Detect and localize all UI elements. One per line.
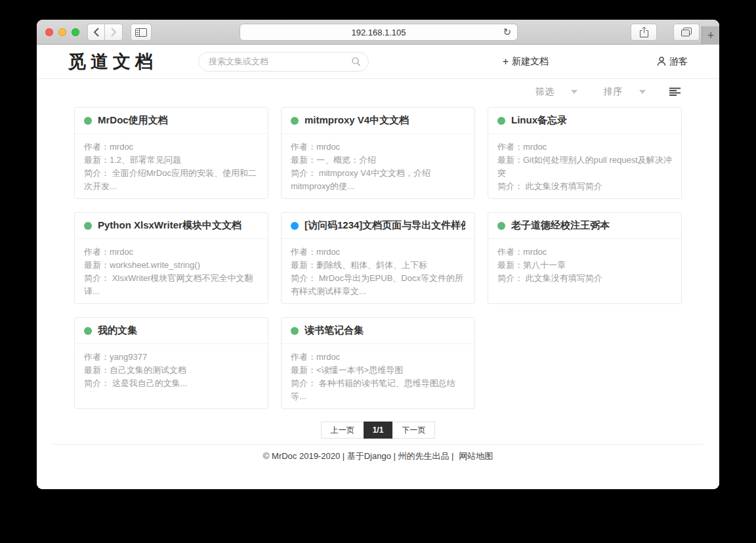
user-label: 游客	[669, 56, 688, 68]
doc-card[interactable]: mitmproxy V4中文文档 作者：mrdoc 最新：一、概览：介绍 简介：…	[281, 107, 475, 199]
new-document-button[interactable]: + 新建文档	[503, 56, 549, 68]
close-window-button[interactable]	[45, 28, 53, 36]
author-line: 作者：mrdoc	[291, 246, 465, 259]
status-dot-icon	[291, 222, 299, 230]
status-dot-icon	[291, 327, 299, 335]
tab-overview-button[interactable]	[673, 24, 700, 41]
card-title: MrDoc使用文档	[98, 114, 168, 127]
list-view-icon[interactable]	[669, 87, 681, 97]
card-header: mitmproxy V4中文文档	[282, 108, 474, 134]
doc-card[interactable]: Linux备忘录 作者：mrdoc 最新：Git如何处理别人的pull requ…	[488, 107, 682, 199]
status-dot-icon	[497, 222, 505, 230]
doc-card[interactable]: Python XlsxWriter模块中文文档 作者：mrdoc 最新：work…	[74, 212, 268, 304]
sitemap-link[interactable]: 网站地图	[459, 451, 493, 461]
plus-icon: +	[503, 57, 509, 66]
new-document-label: 新建文档	[512, 56, 549, 68]
author-line: 作者：mrdoc	[84, 141, 259, 154]
status-dot-icon	[291, 117, 299, 125]
author-line: 作者：mrdoc	[497, 246, 672, 259]
pagination: 上一页 1/1 下一页	[37, 422, 719, 439]
zoom-window-button[interactable]	[72, 28, 79, 36]
url-text: 192.168.1.105	[351, 28, 406, 37]
card-body: 作者：mrdoc 最新：Git如何处理别人的pull request及解决冲突 …	[488, 134, 681, 198]
back-button[interactable]	[87, 24, 105, 41]
share-button[interactable]	[631, 24, 657, 41]
intro-line: 简介： 此文集没有填写简介	[497, 180, 672, 193]
latest-line: 最新：删除线、粗体、斜体、上下标	[291, 259, 465, 272]
filter-dropdown[interactable]: 筛选	[536, 86, 578, 98]
traffic-lights	[45, 28, 79, 36]
search-icon[interactable]	[351, 56, 362, 70]
search-input[interactable]	[198, 52, 369, 72]
next-page-button[interactable]: 下一页	[392, 422, 435, 439]
browser-toolbar: 192.168.1.105 ↻ +	[37, 20, 719, 45]
card-header: 读书笔记合集	[282, 318, 474, 344]
site-header: 觅道文档 + 新建文档 游客	[37, 45, 719, 79]
share-icon	[639, 26, 649, 38]
doc-card-grid: MrDoc使用文档 作者：mrdoc 最新：1.2、部署常见问题 简介： 全面介…	[37, 105, 719, 409]
sidebar-icon	[135, 28, 147, 37]
card-header: 我的文集	[75, 318, 268, 344]
card-title: mitmproxy V4中文文档	[304, 114, 409, 127]
chevron-down-icon	[639, 90, 646, 94]
site-logo[interactable]: 觅道文档	[68, 50, 158, 74]
sort-label: 排序	[604, 86, 622, 98]
latest-line: 最新：1.2、部署常见问题	[84, 154, 259, 167]
card-body: 作者：mrdoc 最新：<读懂一本书>思维导图 简介： 各种书籍的读书笔记、思维…	[282, 344, 474, 408]
desktop-background: 192.168.1.105 ↻ + 觅道文档	[0, 0, 756, 543]
card-body: 作者：mrdoc 最新：worksheet.write_string() 简介：…	[75, 239, 268, 303]
author-line: 作者：mrdoc	[291, 141, 465, 154]
mrdoc-page: 觅道文档 + 新建文档 游客	[37, 45, 719, 489]
tabs-icon	[681, 28, 692, 37]
latest-line: 最新：<读懂一本书>思维导图	[291, 364, 465, 377]
card-header: 老子道德经校注王弼本	[488, 213, 681, 239]
chevron-left-icon	[93, 28, 100, 37]
status-dot-icon	[84, 117, 92, 125]
user-icon	[657, 56, 666, 66]
sidebar-toggle-button[interactable]	[131, 24, 152, 41]
nav-buttons	[87, 24, 123, 41]
plus-icon: +	[707, 29, 715, 43]
card-title: 读书笔记合集	[304, 324, 364, 337]
intro-line: 简介： 这是我自己的文集...	[84, 377, 259, 390]
card-title: 我的文集	[98, 324, 137, 337]
status-dot-icon	[84, 327, 92, 335]
user-menu[interactable]: 游客	[657, 56, 688, 68]
card-title: 老子道德经校注王弼本	[511, 219, 610, 232]
card-body: 作者：yang9377 最新：自己文集的测试文档 简介： 这是我自己的文集...	[75, 344, 268, 395]
doc-card[interactable]: MrDoc使用文档 作者：mrdoc 最新：1.2、部署常见问题 简介： 全面介…	[74, 107, 268, 199]
card-body: 作者：mrdoc 最新：一、概览：介绍 简介： mitmproxy V4中文文档…	[282, 134, 474, 198]
address-bar[interactable]: 192.168.1.105 ↻	[240, 24, 518, 41]
forward-button[interactable]	[105, 24, 123, 41]
reload-icon[interactable]: ↻	[503, 26, 511, 38]
latest-line: 最新：第八十一章	[497, 259, 672, 272]
intro-line: 简介： XlsxWriter模块官网文档不完全中文翻译...	[84, 272, 259, 298]
filter-bar: 筛选 排序	[37, 79, 719, 105]
author-line: 作者：yang9377	[84, 351, 259, 364]
card-header: Linux备忘录	[488, 108, 681, 134]
intro-line: 简介： 全面介绍MrDoc应用的安装、使用和二次开发...	[84, 167, 259, 193]
latest-line: 最新：自己文集的测试文档	[84, 364, 259, 377]
doc-card[interactable]: 读书笔记合集 作者：mrdoc 最新：<读懂一本书>思维导图 简介： 各种书籍的…	[281, 317, 475, 409]
safari-window: 192.168.1.105 ↻ + 觅道文档	[37, 20, 719, 489]
card-body: 作者：mrdoc 最新：1.2、部署常见问题 简介： 全面介绍MrDoc应用的安…	[75, 134, 268, 198]
card-title: Python XlsxWriter模块中文文档	[98, 219, 242, 232]
site-footer: © MrDoc 2019-2020 | 基于Django | 州的先生出品 | …	[37, 445, 719, 462]
latest-line: 最新：Git如何处理别人的pull request及解决冲突	[497, 154, 672, 180]
doc-card[interactable]: 老子道德经校注王弼本 作者：mrdoc 最新：第八十一章 简介： 此文集没有填写…	[488, 212, 682, 304]
card-header: [访问码1234]文档页面与导出文件样例	[282, 213, 474, 239]
filter-label: 筛选	[536, 86, 554, 98]
new-tab-button[interactable]: +	[702, 26, 719, 45]
intro-line: 简介： 各种书籍的读书笔记、思维导图总结等...	[291, 377, 465, 403]
doc-card[interactable]: 我的文集 作者：yang9377 最新：自己文集的测试文档 简介： 这是我自己的…	[74, 317, 268, 409]
doc-card[interactable]: [访问码1234]文档页面与导出文件样例 作者：mrdoc 最新：删除线、粗体、…	[281, 212, 475, 304]
header-actions: + 新建文档 游客	[503, 56, 688, 68]
minimize-window-button[interactable]	[58, 28, 66, 36]
intro-line: 简介： 此文集没有填写简介	[497, 272, 672, 285]
prev-page-button[interactable]: 上一页	[321, 422, 364, 439]
sort-dropdown[interactable]: 排序	[578, 86, 646, 98]
author-line: 作者：mrdoc	[291, 351, 465, 364]
card-header: MrDoc使用文档	[75, 108, 268, 134]
author-line: 作者：mrdoc	[497, 141, 672, 154]
card-title: Linux备忘录	[511, 114, 567, 127]
